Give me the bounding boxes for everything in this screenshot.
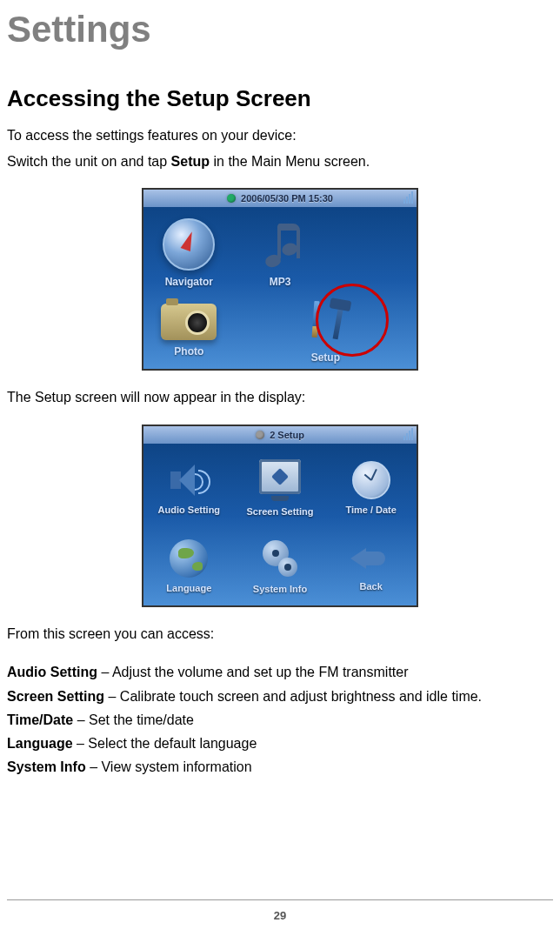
back-label: Back — [360, 581, 383, 592]
main-menu-datetime: 2006/05/30 PM 15:30 — [241, 193, 333, 204]
back-arrow-icon — [350, 541, 392, 576]
volume-icon — [403, 426, 413, 444]
status-dot-icon — [256, 431, 264, 439]
setup-titlebar-text: 2 Setup — [270, 430, 304, 440]
option-language-name: Language — [7, 736, 73, 751]
volume-icon — [403, 190, 413, 207]
option-timedate-desc: – Set the time/date — [73, 712, 194, 727]
photo-label: Photo — [174, 345, 203, 358]
setup-item-timedate[interactable]: Time / Date — [325, 449, 417, 527]
main-menu-mp3[interactable]: MP3 — [235, 214, 326, 291]
intro-2b-setup: Setup — [171, 154, 210, 169]
main-menu-photo[interactable]: Photo — [143, 291, 235, 369]
timedate-label: Time / Date — [345, 505, 397, 515]
speaker-icon — [167, 461, 210, 499]
page-number: 29 — [0, 899, 560, 922]
screen-label: Screen Setting — [246, 506, 313, 517]
setup-label: Setup — [311, 351, 340, 364]
music-note-icon — [258, 218, 302, 271]
option-language-desc: – Select the default language — [73, 736, 257, 751]
mp3-label: MP3 — [270, 276, 291, 288]
setup-topbar: 2 Setup — [143, 426, 417, 444]
status-dot-icon — [227, 194, 236, 203]
setup-item-sysinfo[interactable]: System Info — [235, 527, 326, 605]
option-audio: Audio Setting – Adjust the volume and se… — [7, 660, 553, 684]
option-audio-name: Audio Setting — [7, 665, 97, 679]
main-menu-empty — [325, 214, 417, 291]
option-language: Language – Select the default language — [7, 732, 553, 755]
section-heading: Accessing the Setup Screen — [7, 85, 553, 112]
audio-label: Audio Setting — [158, 505, 221, 515]
globe-icon — [170, 539, 208, 578]
camera-icon — [161, 304, 217, 340]
page-title: Settings — [7, 9, 553, 50]
main-menu-navigator[interactable]: Navigator — [143, 214, 235, 291]
monitor-icon — [259, 459, 301, 501]
after-shot-1: The Setup screen will now appear in the … — [7, 386, 553, 409]
screenshot-setup-screen: 2 Setup Audio Setting Screen Setting Tim… — [142, 425, 418, 607]
tools-icon — [301, 298, 350, 346]
intro-2a: Switch the unit on and tap — [7, 154, 171, 169]
option-sysinfo-desc: – View system information — [86, 759, 252, 774]
options-list: Audio Setting – Adjust the volume and se… — [7, 660, 553, 779]
sysinfo-label: System Info — [253, 584, 307, 594]
intro-2c: in the Main Menu screen. — [210, 154, 370, 169]
gears-icon — [259, 538, 301, 578]
option-screen: Screen Setting – Calibrate touch screen … — [7, 685, 553, 708]
option-sysinfo: System Info – View system information — [7, 755, 553, 779]
language-label: Language — [166, 583, 211, 593]
navigator-label: Navigator — [165, 276, 213, 288]
setup-item-language[interactable]: Language — [143, 527, 235, 605]
clock-icon — [352, 461, 390, 499]
setup-item-screen[interactable]: Screen Setting — [235, 449, 326, 527]
setup-item-back[interactable]: Back — [325, 527, 417, 605]
option-screen-name: Screen Setting — [7, 689, 104, 704]
main-menu-topbar: 2006/05/30 PM 15:30 — [143, 190, 417, 207]
setup-item-audio[interactable]: Audio Setting — [143, 449, 235, 527]
compass-icon — [163, 218, 215, 271]
option-audio-desc: – Adjust the volume and set up the FM tr… — [97, 665, 409, 679]
screenshot-main-menu: 2006/05/30 PM 15:30 Navigator MP3 Photo — [142, 188, 418, 371]
option-sysinfo-name: System Info — [7, 759, 86, 774]
intro-line-1: To access the settings features on your … — [7, 124, 553, 147]
after-shot-2: From this screen you can access: — [7, 623, 553, 645]
main-menu-setup[interactable]: Setup — [235, 291, 417, 369]
option-timedate-name: Time/Date — [7, 712, 73, 727]
option-timedate: Time/Date – Set the time/date — [7, 708, 553, 732]
intro-line-2: Switch the unit on and tap Setup in the … — [7, 150, 553, 173]
option-screen-desc: – Calibrate touch screen and adjust brig… — [104, 689, 482, 704]
